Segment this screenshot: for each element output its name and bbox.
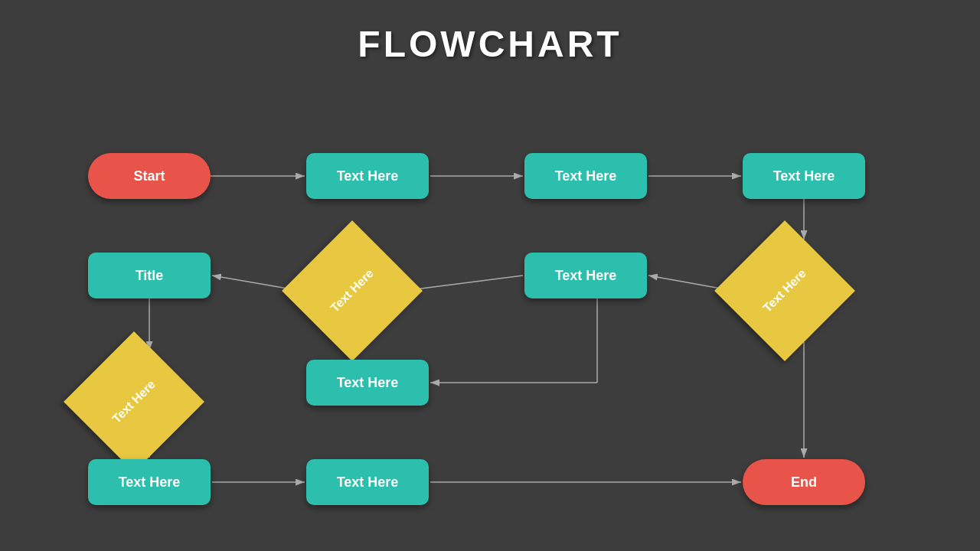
- node2-box: Text Here: [524, 153, 647, 199]
- node7-box: Text Here: [306, 459, 429, 505]
- start-node: Start: [88, 153, 211, 199]
- node3-box: Text Here: [743, 153, 865, 199]
- diamond3-node: Text Here: [84, 352, 184, 452]
- svg-line-6: [403, 276, 523, 291]
- page-title: FLOWCHART: [0, 0, 980, 65]
- node6-box: Text Here: [88, 459, 211, 505]
- end-node: End: [743, 459, 865, 505]
- diamond2-node: Text Here: [735, 241, 835, 341]
- title-box: Title: [88, 253, 211, 298]
- node1-box: Text Here: [306, 153, 429, 199]
- diamond1-node: Text Here: [302, 241, 402, 341]
- node5-box: Text Here: [306, 360, 429, 406]
- node4-box: Text Here: [524, 253, 647, 298]
